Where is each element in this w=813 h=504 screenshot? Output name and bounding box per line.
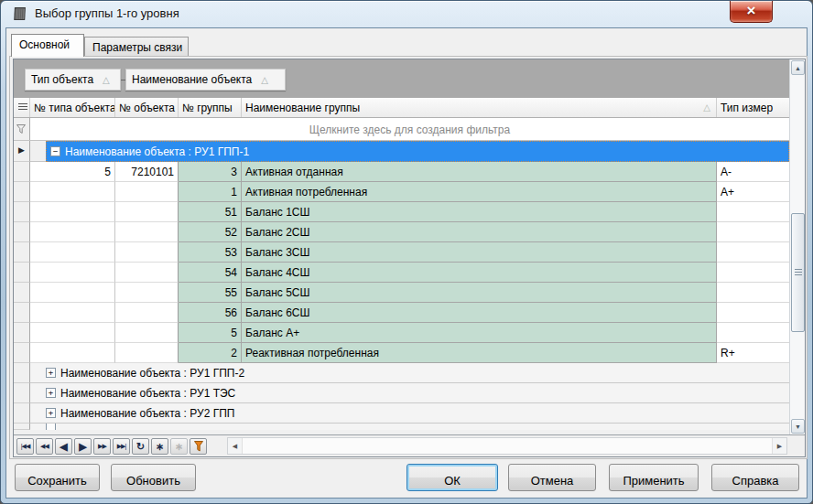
nav-first[interactable]: |◀◀ xyxy=(16,438,34,455)
cell-group-name[interactable]: Баланс 5СШ xyxy=(242,283,717,303)
cell-meas-type[interactable]: A- xyxy=(717,162,789,182)
table-row[interactable]: 2Реактивная потребленнаяR+ xyxy=(14,343,789,363)
table-row[interactable]: 572101013Активная отданнаяA- xyxy=(14,162,789,182)
cell-group-no[interactable]: 5 xyxy=(179,323,242,343)
cell-object-no[interactable] xyxy=(115,343,179,363)
column-header-object-no[interactable]: № объекта xyxy=(115,98,179,117)
group-field-object-type[interactable]: Тип объекта△ xyxy=(25,69,121,91)
table-row[interactable]: 51Баланс 1СШ xyxy=(14,202,789,222)
scroll-left-icon[interactable]: ◀ xyxy=(228,438,243,454)
refresh-button[interactable]: Обновить xyxy=(111,464,196,491)
cell-group-name[interactable]: Реактивная потребленная xyxy=(242,343,717,363)
column-header-group-name[interactable]: Наименование группы △ xyxy=(242,98,717,117)
cell-object-no[interactable] xyxy=(115,222,179,242)
vertical-scroll-thumb[interactable] xyxy=(791,213,805,332)
table-row[interactable]: 5Баланс А+ xyxy=(14,323,789,343)
cell-object-no[interactable] xyxy=(115,283,179,303)
cell-group-no[interactable]: 3 xyxy=(179,162,242,182)
column-header-type-no[interactable]: № типа объекта xyxy=(30,98,115,117)
nav-last[interactable]: ▶▶| xyxy=(113,438,130,455)
cell-type-no[interactable]: 5 xyxy=(30,162,115,182)
cell-group-no[interactable]: 52 xyxy=(179,222,242,242)
group-row-collapsed[interactable]: +Наименование объекта : РУ2 ГПП xyxy=(14,403,789,424)
cell-group-no[interactable]: 54 xyxy=(179,263,242,283)
cell-group-name[interactable]: Баланс 2СШ xyxy=(242,222,717,242)
table-row[interactable]: 56Баланс 6СШ xyxy=(14,303,789,323)
apply-button[interactable]: Применить xyxy=(609,464,699,491)
nav-refresh[interactable]: ↻ xyxy=(132,438,149,455)
tab-connection-params[interactable]: Параметры связи xyxy=(84,37,189,57)
cell-group-no[interactable]: 55 xyxy=(179,283,242,303)
cell-meas-type[interactable] xyxy=(717,303,789,323)
cell-type-no[interactable] xyxy=(30,242,115,263)
cell-group-no[interactable]: 56 xyxy=(179,303,242,323)
cell-meas-type[interactable] xyxy=(717,242,789,263)
group-field-object-name[interactable]: Наименование объекта△ xyxy=(125,69,286,91)
cell-group-name[interactable]: Активная потребленная xyxy=(242,182,717,202)
expand-icon[interactable] xyxy=(46,424,56,430)
cell-type-no[interactable] xyxy=(30,283,115,303)
cell-group-name[interactable]: Баланс 1СШ xyxy=(242,202,717,222)
group-header-bar[interactable]: −Наименование объекта : РУ1 ГПП-1 xyxy=(46,141,789,162)
column-header-group-no[interactable]: № группы xyxy=(179,98,242,117)
cell-object-no[interactable]: 7210101 xyxy=(115,162,179,182)
nav-prev-page[interactable]: ◀◀ xyxy=(36,438,53,455)
scroll-up-icon[interactable]: ▲ xyxy=(791,60,805,75)
cancel-button[interactable]: Отмена xyxy=(508,464,596,491)
group-header-bar[interactable]: +Наименование объекта : РУ2 ГПП xyxy=(30,403,789,424)
cell-group-name[interactable]: Баланс 6СШ xyxy=(242,303,717,323)
nav-next[interactable]: ▶ xyxy=(74,438,92,455)
group-row-collapsed[interactable]: +Наименование объекта : РУ1 ГПП-2 xyxy=(14,363,789,383)
expand-icon[interactable]: + xyxy=(46,368,56,378)
scroll-right-icon[interactable]: ▶ xyxy=(772,438,786,454)
cell-group-no[interactable]: 53 xyxy=(179,242,242,263)
table-row[interactable]: 52Баланс 2СШ xyxy=(14,222,789,242)
cell-meas-type[interactable] xyxy=(717,222,789,242)
nav-filter[interactable] xyxy=(190,438,207,455)
cell-meas-type[interactable] xyxy=(717,323,789,343)
ok-button[interactable]: ОК xyxy=(406,464,498,491)
cell-type-no[interactable] xyxy=(30,323,115,343)
titlebar[interactable]: Выбор группы 1-го уровня × xyxy=(1,1,812,27)
header-indicator-cell[interactable] xyxy=(14,98,30,117)
column-header-meas-type[interactable]: Тип измер xyxy=(717,98,789,117)
cell-type-no[interactable] xyxy=(30,303,115,323)
cell-object-no[interactable] xyxy=(115,303,179,323)
expand-icon[interactable]: + xyxy=(46,408,56,418)
table-row[interactable]: 55Баланс 5СШ xyxy=(14,283,789,303)
cell-type-no[interactable] xyxy=(30,202,115,222)
group-header-bar[interactable]: +Наименование объекта : РУ1 ГПП-2 xyxy=(30,363,789,383)
group-header-bar[interactable]: +Наименование объекта : РУ1 ТЭС xyxy=(30,383,789,403)
close-button[interactable]: × xyxy=(730,1,773,23)
cell-group-name[interactable]: Баланс 4СШ xyxy=(242,263,717,283)
tab-main[interactable]: Основной xyxy=(11,34,84,57)
cell-meas-type[interactable] xyxy=(717,263,789,283)
cell-type-no[interactable] xyxy=(30,343,115,363)
scroll-down-icon[interactable]: ▼ xyxy=(791,419,805,434)
save-button[interactable]: Сохранить xyxy=(15,464,100,491)
nav-insert-child[interactable]: ∗ xyxy=(170,438,188,455)
group-row-partial[interactable] xyxy=(14,424,789,430)
auto-filter-row[interactable]: Щелкните здесь для создания фильтра xyxy=(14,118,789,141)
group-row-selected[interactable]: ▶−Наименование объекта : РУ1 ГПП-1 xyxy=(14,141,789,162)
cell-meas-type[interactable]: A+ xyxy=(717,182,789,202)
expand-icon[interactable]: + xyxy=(46,388,56,398)
cell-group-name[interactable]: Баланс 3СШ xyxy=(242,242,717,263)
nav-next-page[interactable]: ▶▶ xyxy=(93,438,111,455)
table-row[interactable]: 53Баланс 3СШ xyxy=(14,242,789,263)
cell-object-no[interactable] xyxy=(115,242,179,263)
cell-object-no[interactable] xyxy=(115,182,179,202)
cell-type-no[interactable] xyxy=(30,222,115,242)
table-row[interactable]: 1Активная потребленнаяA+ xyxy=(14,182,789,202)
filter-prompt[interactable]: Щелкните здесь для создания фильтра xyxy=(30,118,789,140)
cell-group-name[interactable]: Баланс А+ xyxy=(242,323,717,343)
table-row[interactable]: 54Баланс 4СШ xyxy=(14,263,789,283)
cell-group-no[interactable]: 1 xyxy=(179,182,242,202)
cell-meas-type[interactable] xyxy=(717,202,789,222)
cell-type-no[interactable] xyxy=(30,182,115,202)
group-row-collapsed[interactable]: +Наименование объекта : РУ1 ТЭС xyxy=(14,383,789,403)
horizontal-scrollbar[interactable]: ◀ ▶ xyxy=(227,437,787,455)
cell-object-no[interactable] xyxy=(115,202,179,222)
cell-type-no[interactable] xyxy=(30,263,115,283)
vertical-scrollbar[interactable]: ▲ ▼ xyxy=(789,59,805,434)
